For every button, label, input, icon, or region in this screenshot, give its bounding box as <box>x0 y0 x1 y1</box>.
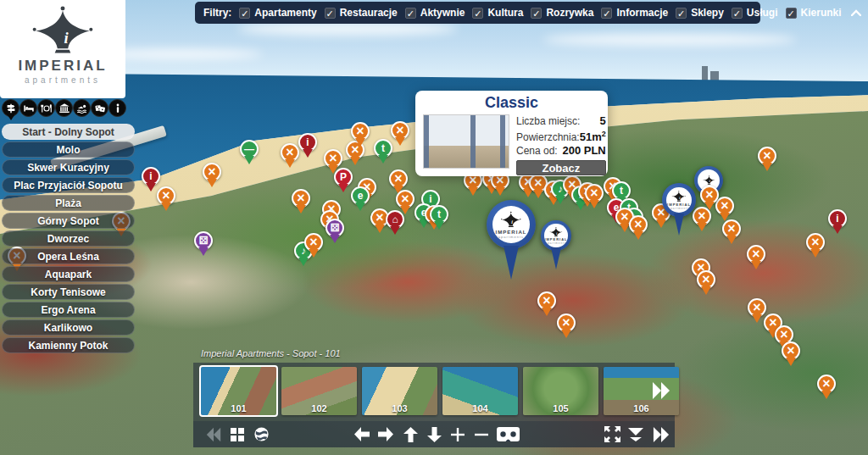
sidebar-item-start-dolny-sopot[interactable]: Start - Dolny Sopot <box>2 124 135 140</box>
directions-icon[interactable] <box>2 99 19 119</box>
checkbox-checked-icon[interactable] <box>472 8 483 19</box>
filter-restauracje[interactable]: Restauracje <box>325 7 398 19</box>
poi-x-marker[interactable]: × <box>281 143 299 168</box>
checkbox-checked-icon[interactable] <box>239 8 250 19</box>
pan-left-icon[interactable] <box>352 424 372 444</box>
thumbnail-104[interactable]: 104 <box>442 367 518 415</box>
previous-scene-icon[interactable] <box>203 424 224 444</box>
checkbox-checked-icon[interactable] <box>786 8 797 19</box>
imperial-apartments-marker[interactable]: iIMPERIALapartments <box>662 183 696 236</box>
poi-x-marker-icon: × <box>697 270 715 289</box>
chevron-up-icon[interactable] <box>851 9 861 16</box>
filter-apartamenty[interactable]: Apartamenty <box>239 7 316 19</box>
poi-x-marker[interactable]: × <box>391 121 409 146</box>
casino-marker[interactable]: ⚄ <box>194 231 213 256</box>
checkbox-checked-icon[interactable] <box>405 8 416 19</box>
culture-icon[interactable] <box>55 99 73 119</box>
swimming-icon[interactable] <box>73 99 91 119</box>
poi-x-marker[interactable]: × <box>304 233 323 258</box>
fullscreen-icon[interactable] <box>602 424 622 444</box>
view-apartment-button[interactable]: Zobacz <box>516 160 606 175</box>
thumbnail-101[interactable]: 101 <box>201 367 276 415</box>
sidebar-item-gorny-sopot[interactable]: Górny Sopot <box>2 213 135 229</box>
restaurants-icon[interactable] <box>37 99 55 119</box>
marker-tail <box>303 149 313 158</box>
filter-aktywnie[interactable]: Aktywnie <box>405 7 465 19</box>
sidebar-item-opera-lesna[interactable]: Opera Leśna <box>2 248 135 264</box>
poi-x-marker[interactable]: × <box>700 186 719 210</box>
pan-right-icon[interactable] <box>376 424 396 444</box>
parking-marker[interactable]: P <box>334 168 353 192</box>
poi-x-marker[interactable]: × <box>806 233 825 258</box>
info-marker[interactable]: i <box>828 209 847 234</box>
information-icon[interactable] <box>108 99 126 119</box>
filter-kultura[interactable]: Kultura <box>472 7 523 19</box>
imperial-apartments-marker[interactable]: iIMPERIALapartments <box>541 220 571 269</box>
poi-x-marker[interactable]: × <box>585 184 604 208</box>
checkbox-checked-icon[interactable] <box>676 8 687 19</box>
sidebar-item-molo[interactable]: Molo <box>2 141 135 158</box>
casino-marker[interactable]: ⚄ <box>326 219 344 243</box>
checkbox-checked-icon[interactable] <box>732 8 743 19</box>
marker-tail <box>434 221 444 230</box>
marker-tail <box>378 155 388 164</box>
zoom-in-icon[interactable] <box>448 424 468 444</box>
poi-x-marker[interactable]: × <box>292 189 310 214</box>
poi-x-marker[interactable]: × <box>747 245 765 269</box>
poi-x-marker[interactable]: × <box>351 122 370 147</box>
sidebar-item-korty-tenisowe[interactable]: Korty Tenisowe <box>2 284 135 300</box>
info-marker[interactable]: i <box>298 133 317 158</box>
poi-x-marker[interactable]: × <box>203 163 221 187</box>
grid-view-icon[interactable] <box>227 424 248 444</box>
transit-marker[interactable]: t <box>374 139 392 164</box>
sidebar-item-kamienny-potok[interactable]: Kamienny Potok <box>2 337 135 353</box>
thumbnail-102[interactable]: 102 <box>281 367 357 415</box>
shop-marker[interactable]: e <box>351 186 370 211</box>
globe-icon[interactable] <box>251 424 271 444</box>
pan-down-icon[interactable] <box>424 424 444 444</box>
filter-rozrywka[interactable]: Rozrywka <box>531 7 593 19</box>
checkbox-checked-icon[interactable] <box>531 8 542 19</box>
filter-uslugi[interactable]: Usługi <box>732 7 778 19</box>
thumbnails-next-icon[interactable] <box>651 381 671 403</box>
sidebar-item-aquapark[interactable]: Aquapark <box>2 266 135 282</box>
pan-up-icon[interactable] <box>400 424 420 444</box>
checkbox-checked-icon[interactable] <box>325 8 336 19</box>
route-marker[interactable]: — <box>240 140 259 164</box>
poi-x-marker[interactable]: × <box>722 219 741 244</box>
imperial-apartments-marker[interactable]: iIMPERIALapartments <box>487 200 536 280</box>
filter-label: Restauracje <box>340 7 398 19</box>
price-label: Cena od: <box>516 145 558 158</box>
sidebar-item-karlikowo[interactable]: Karlikowo <box>2 319 135 336</box>
hide-thumbnails-icon[interactable] <box>626 424 646 444</box>
vr-mode-icon[interactable] <box>495 424 520 444</box>
poi-x-marker[interactable]: × <box>396 190 415 214</box>
poi-x-marker[interactable]: × <box>557 314 576 338</box>
poi-x-marker[interactable]: × <box>817 375 836 399</box>
accommodation-icon[interactable] <box>19 99 37 119</box>
poi-x-marker[interactable]: × <box>537 291 556 316</box>
poi-x-marker[interactable]: × <box>758 147 776 171</box>
checkbox-checked-icon[interactable] <box>601 8 612 19</box>
next-scene-icon[interactable] <box>651 424 671 444</box>
transit-marker[interactable]: t <box>430 205 448 230</box>
sidebar-item-plac-przyjaciol-sopotu[interactable]: Plac Przyjaciół Sopotu <box>2 177 135 193</box>
thumbnail-103[interactable]: 103 <box>362 367 437 415</box>
sidebar-item-plaza[interactable]: Plaża <box>2 195 135 211</box>
marker-tail <box>762 163 772 171</box>
poi-x-marker[interactable]: × <box>629 215 648 240</box>
sidebar-item-ergo-arena[interactable]: Ergo Arena <box>2 302 135 318</box>
poi-x-marker[interactable]: × <box>782 341 800 366</box>
thumbnail-105[interactable]: 105 <box>523 367 598 415</box>
filter-informacje[interactable]: Informacje <box>601 7 668 19</box>
filter-kierunki[interactable]: Kierunki <box>786 7 842 19</box>
filter-sklepy[interactable]: Sklepy <box>676 7 724 19</box>
sidebar-item-dworzec[interactable]: Dworzec <box>2 230 135 247</box>
imperial-marker-head: iIMPERIALapartments <box>541 220 571 251</box>
entertainment-icon[interactable] <box>91 99 108 119</box>
zoom-out-icon[interactable] <box>471 424 492 444</box>
sidebar-item-skwer-kuracyjny[interactable]: Skwer Kuracyjny <box>2 159 135 175</box>
apartment-popup: Classic Liczba miejsc:5 Powierzchnia:51m… <box>415 91 608 176</box>
poi-x-marker[interactable]: × <box>697 270 715 295</box>
poi-x-marker[interactable]: × <box>157 186 175 211</box>
